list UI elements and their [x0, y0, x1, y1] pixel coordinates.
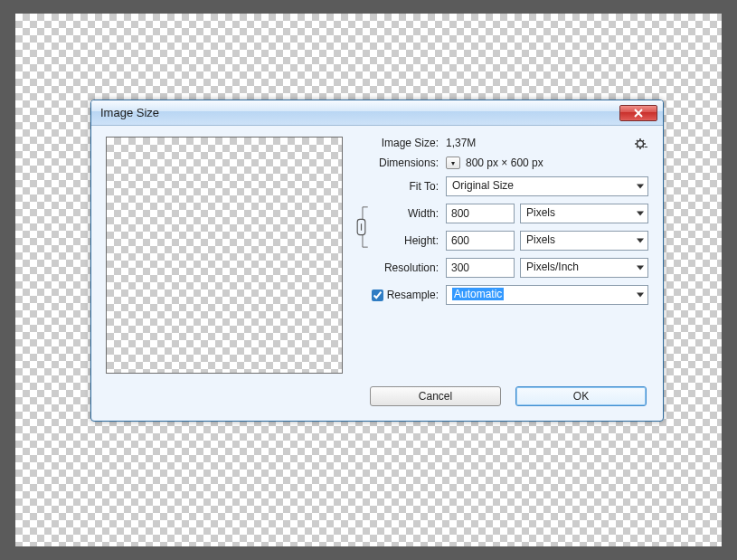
fit-to-value: Original Size	[452, 179, 514, 192]
dimensions-unit-button[interactable]: ▾	[446, 157, 460, 169]
fit-to-label: Fit To:	[355, 180, 440, 193]
resolution-unit-select[interactable]: Pixels/Inch	[520, 258, 648, 278]
resolution-input[interactable]	[446, 258, 515, 278]
dimensions-label: Dimensions:	[355, 157, 440, 169]
svg-rect-9	[645, 147, 647, 147]
chevron-down-icon: ▾	[451, 159, 455, 167]
width-unit-select[interactable]: Pixels	[520, 204, 648, 223]
settings-button[interactable]	[634, 137, 648, 151]
image-size-label: Image Size:	[355, 137, 440, 149]
dimensions-value: 800 px × 600 px	[466, 157, 543, 169]
resample-value: Automatic	[452, 288, 504, 300]
close-icon	[633, 109, 644, 118]
resolution-label: Resolution:	[355, 261, 440, 274]
svg-line-6	[643, 147, 644, 147]
chevron-down-icon	[637, 239, 644, 243]
image-size-value: 1,37M	[446, 137, 476, 149]
resample-select[interactable]: Automatic	[446, 285, 648, 305]
height-input[interactable]	[446, 231, 515, 251]
svg-line-5	[637, 140, 638, 141]
chevron-down-icon	[637, 266, 644, 271]
image-preview	[106, 137, 343, 374]
chevron-down-icon	[637, 212, 644, 216]
height-unit-value: Pixels	[526, 233, 555, 246]
height-unit-select[interactable]: Pixels	[520, 231, 648, 251]
gear-icon	[635, 138, 647, 150]
width-unit-value: Pixels	[526, 206, 555, 219]
resample-checkbox[interactable]	[372, 289, 383, 301]
dialog-titlebar[interactable]: Image Size	[91, 100, 663, 126]
cancel-button[interactable]: Cancel	[370, 386, 501, 406]
height-label: Height:	[377, 234, 440, 247]
svg-line-8	[637, 147, 638, 147]
width-input[interactable]	[446, 204, 515, 223]
svg-line-7	[643, 140, 644, 141]
chevron-down-icon	[637, 293, 644, 298]
ok-button[interactable]: OK	[515, 386, 647, 406]
constrain-proportions-link[interactable]	[352, 204, 372, 251]
resolution-unit-value: Pixels/Inch	[526, 261, 579, 273]
fit-to-select[interactable]: Original Size	[446, 176, 648, 196]
resample-label: Resample:	[387, 289, 439, 301]
chevron-down-icon	[637, 185, 644, 189]
width-label: Width:	[377, 207, 440, 220]
dialog-title: Image Size	[100, 106, 619, 119]
link-icon	[352, 204, 372, 251]
close-button[interactable]	[619, 105, 657, 121]
image-size-dialog: Image Size	[90, 100, 664, 422]
svg-point-0	[638, 141, 644, 147]
